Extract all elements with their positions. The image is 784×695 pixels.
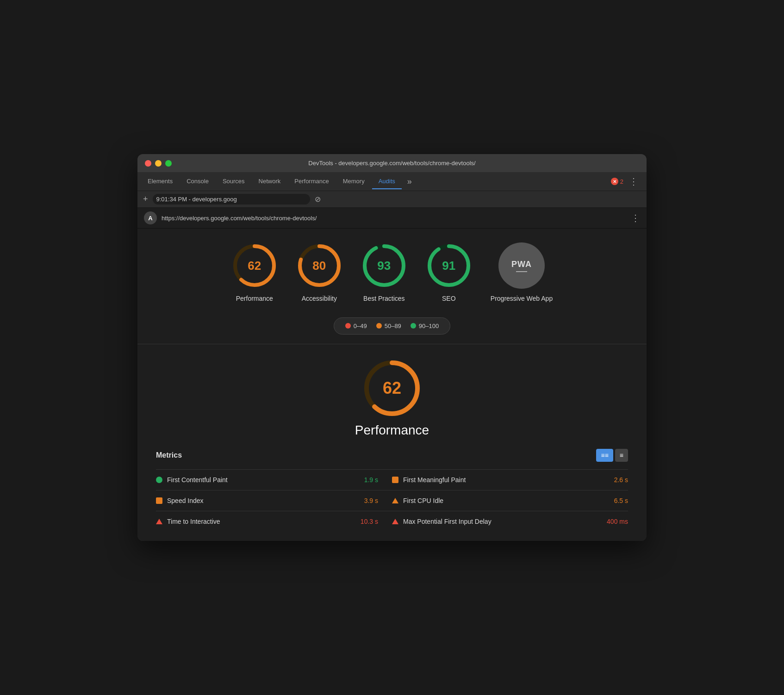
tab-network[interactable]: Network: [252, 174, 287, 189]
metric-value-fci: 6.5 s: [614, 497, 628, 504]
score-label-performance: Performance: [236, 294, 273, 304]
metric-left-1: Speed Index 3.9 s: [156, 497, 392, 504]
url-more-button[interactable]: ⋮: [631, 212, 640, 223]
legend-dot-orange: [376, 323, 382, 329]
gauge-accessibility: 80: [296, 242, 342, 289]
reload-button[interactable]: ⊘: [315, 195, 321, 204]
metric-name-fmp: First Meaningful Paint: [403, 476, 466, 484]
url-text: https://developers.google.com/web/tools/…: [162, 215, 626, 222]
metric-name-mpfid: Max Potential First Input Delay: [403, 518, 492, 525]
metrics-list: First Contentful Paint 1.9 s First Meani…: [156, 469, 628, 532]
site-icon: A: [144, 211, 157, 224]
perf-detail-value: 62: [383, 379, 401, 398]
metric-row-2: Time to Interactive 10.3 s Max Potential…: [156, 511, 628, 532]
tab-performance[interactable]: Performance: [288, 174, 335, 189]
toggle-list-button[interactable]: ≡: [615, 449, 628, 462]
score-performance: 62 Performance: [231, 242, 278, 304]
metric-value-tti: 10.3 s: [361, 518, 392, 525]
tab-console[interactable]: Console: [180, 174, 215, 189]
metric-left-0: First Contentful Paint 1.9 s: [156, 476, 392, 484]
score-label-seo: SEO: [442, 294, 456, 304]
toggle-grid-button[interactable]: ≡≡: [596, 449, 613, 462]
metric-name-fci: First CPU Idle: [403, 497, 443, 504]
tab-memory[interactable]: Memory: [336, 174, 371, 189]
legend-green: 90–100: [411, 323, 439, 329]
traffic-lights: [145, 160, 172, 167]
score-label-accessibility: Accessibility: [302, 294, 337, 304]
metric-icon-fci: [392, 498, 398, 503]
metrics-header: Metrics ≡≡ ≡: [156, 449, 628, 462]
score-legend: 0–49 50–89 90–100: [334, 317, 450, 335]
metric-row-0: First Contentful Paint 1.9 s First Meani…: [156, 469, 628, 490]
score-pwa: PWA Progressive Web App: [491, 242, 553, 304]
gauge-best-practices: 93: [361, 242, 407, 289]
score-best-practices: 93 Best Practices: [361, 242, 407, 304]
score-label-pwa: Progressive Web App: [491, 294, 553, 304]
tab-sources[interactable]: Sources: [216, 174, 251, 189]
gauge-performance: 62: [231, 242, 278, 289]
title-bar: DevTools - developers.google.com/web/too…: [137, 154, 647, 172]
maximize-button[interactable]: [165, 160, 172, 167]
score-seo: 91 SEO: [426, 242, 472, 304]
metric-left-2: Time to Interactive 10.3 s: [156, 518, 392, 525]
legend-dot-green: [411, 323, 416, 329]
url-bar: A https://developers.google.com/web/tool…: [137, 208, 647, 229]
metrics-section-title: Metrics: [156, 451, 182, 459]
close-button[interactable]: [145, 160, 151, 167]
address-input[interactable]: [153, 194, 310, 205]
tab-more-button[interactable]: »: [403, 173, 417, 190]
grid-icon: ≡≡: [601, 452, 608, 459]
metrics-toggle: ≡≡ ≡: [596, 449, 628, 462]
metric-value-fcp: 1.9 s: [364, 476, 392, 484]
metric-icon-mpfid: [392, 519, 398, 524]
legend-range-orange: 50–89: [385, 323, 401, 329]
tab-bar: Elements Console Sources Network Perform…: [137, 172, 647, 191]
error-icon: ✕: [611, 178, 618, 185]
new-tab-button[interactable]: +: [143, 194, 148, 204]
metric-right-1: First CPU Idle 6.5 s: [392, 497, 628, 504]
legend-red: 0–49: [345, 323, 367, 329]
perf-section: 62 Performance Metrics ≡≡ ≡: [156, 354, 628, 532]
gauge-value-seo: 91: [442, 259, 455, 273]
perf-detail-title: Performance: [355, 423, 429, 438]
error-count: 2: [620, 178, 623, 185]
metric-icon-fmp: [392, 477, 398, 483]
legend-range-green: 90–100: [419, 323, 439, 329]
score-accessibility: 80 Accessibility: [296, 242, 342, 304]
devtools-menu-button[interactable]: ⋮: [624, 172, 643, 191]
metric-right-0: First Meaningful Paint 2.6 s: [392, 476, 628, 484]
legend-orange: 50–89: [376, 323, 401, 329]
metric-right-2: Max Potential First Input Delay 400 ms: [392, 518, 628, 525]
metric-value-si: 3.9 s: [364, 497, 392, 504]
metric-row-1: Speed Index 3.9 s First CPU Idle 6.5 s: [156, 490, 628, 511]
gauge-value-accessibility: 80: [312, 259, 326, 273]
pwa-circle: PWA: [498, 242, 545, 289]
perf-detail-gauge: 62: [362, 358, 422, 418]
legend-range-red: 0–49: [354, 323, 367, 329]
metric-icon-fcp: [156, 477, 162, 483]
pwa-text: PWA: [511, 260, 532, 269]
scores-row: 62 Performance 80 Accessibility: [156, 242, 628, 304]
metric-value-mpfid: 400 ms: [607, 518, 628, 525]
metric-name-tti: Time to Interactive: [167, 518, 220, 525]
tab-audits[interactable]: Audits: [372, 174, 402, 189]
tab-errors: ✕ 2: [611, 178, 623, 185]
minimize-button[interactable]: [155, 160, 162, 167]
gauge-value-best-practices: 93: [377, 259, 391, 273]
browser-window: DevTools - developers.google.com/web/too…: [137, 154, 647, 541]
metric-icon-si: [156, 497, 162, 504]
gauge-seo: 91: [426, 242, 472, 289]
metric-value-fmp: 2.6 s: [614, 476, 628, 484]
metric-icon-tti: [156, 519, 162, 524]
metric-name-fcp: First Contentful Paint: [167, 476, 228, 484]
address-bar: + ⊘: [137, 191, 647, 208]
legend-dot-red: [345, 323, 351, 329]
pwa-dash: [516, 271, 527, 272]
gauge-value-performance: 62: [248, 259, 261, 273]
tab-elements[interactable]: Elements: [141, 174, 179, 189]
window-title: DevTools - developers.google.com/web/too…: [308, 160, 475, 167]
metric-name-si: Speed Index: [167, 497, 204, 504]
score-label-best-practices: Best Practices: [363, 294, 404, 304]
list-icon: ≡: [620, 452, 623, 459]
section-divider: [137, 344, 647, 344]
